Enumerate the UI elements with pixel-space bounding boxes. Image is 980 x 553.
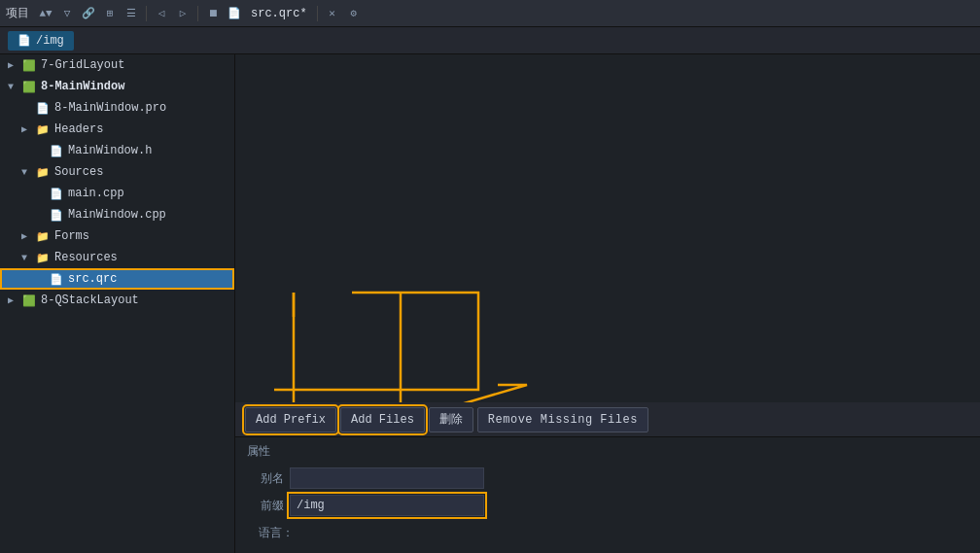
pro-file-icon: 📄 [35, 100, 51, 116]
tree-arrow-7-grid: ▶ [8, 59, 21, 71]
config-icon[interactable]: ⚙ [345, 5, 363, 22]
tree-item-mainwindow-h[interactable]: 📄 MainWindow.h [0, 140, 234, 161]
tree-label-7-grid: 7-GridLayout [41, 58, 124, 72]
list-icon[interactable]: ☰ [122, 5, 140, 22]
folder-icon-headers: 📁 [35, 121, 51, 137]
folder-icon-resources: 📁 [35, 250, 51, 265]
sort-icon[interactable]: ▲▼ [37, 5, 54, 22]
project-icon-7-grid: 🟩 [21, 57, 37, 73]
folder-icon-forms: 📁 [35, 228, 51, 244]
resource-editor [235, 54, 980, 402]
tree-item-7-grid[interactable]: ▶ 🟩 7-GridLayout [0, 54, 234, 76]
h-file-icon: 📄 [49, 143, 64, 158]
tree-label-8-main-pro: 8-MainWindow.pro [54, 101, 166, 115]
arrow-overlay [235, 54, 980, 402]
tree-item-8-qstack[interactable]: ▶ 🟩 8-QStackLayout [0, 290, 234, 311]
project-icon-8-qstack: 🟩 [21, 293, 37, 308]
file-tab-icon: 📄 [18, 34, 31, 47]
tree-item-headers[interactable]: ▶ 📁 Headers [0, 119, 234, 140]
add-files-button[interactable]: Add Files [340, 407, 425, 432]
tree-item-mainwindow-cpp[interactable]: 📄 MainWindow.cpp [0, 204, 234, 225]
toolbar-separator-3 [317, 6, 318, 21]
project-icon-8-main: 🟩 [21, 79, 37, 94]
tree-arrow-sources: ▼ [21, 167, 35, 178]
toolbar-separator-1 [146, 6, 147, 21]
file-tab-active[interactable]: 📄 /img [8, 31, 74, 51]
prefix-row: 前缀 [245, 493, 970, 518]
project-tree: ▶ 🟩 7-GridLayout ▼ 🟩 8-MainWindow 📄 8-Ma… [0, 54, 235, 553]
file-tab-bar: 📄 /img [0, 27, 980, 54]
alias-input[interactable] [290, 467, 484, 489]
tree-label-headers: Headers [54, 122, 103, 136]
tree-arrow-resources: ▼ [21, 253, 35, 263]
close-icon[interactable]: ✕ [324, 5, 341, 22]
cpp-file-icon-main: 📄 [49, 186, 64, 201]
file-icon[interactable]: 📄 [226, 5, 243, 22]
tree-arrow-forms: ▶ [21, 230, 35, 242]
tree-arrow-8-qstack: ▶ [8, 294, 21, 306]
back-icon[interactable]: ◁ [153, 5, 170, 22]
content-area: Add Prefix Add Files 删除 Remove Missing F… [235, 54, 980, 553]
add-prefix-button[interactable]: Add Prefix [245, 407, 336, 432]
tree-label-8-main: 8-MainWindow [41, 80, 124, 93]
filter-icon[interactable]: ▽ [58, 5, 76, 22]
tree-label-sources: Sources [54, 165, 103, 179]
editor-toolbar: Add Prefix Add Files 删除 Remove Missing F… [235, 402, 980, 437]
prefix-input[interactable] [290, 495, 484, 516]
tree-item-sources[interactable]: ▼ 📁 Sources [0, 161, 234, 183]
tree-item-resources[interactable]: ▼ 📁 Resources [0, 247, 234, 268]
prefix-label: 前缀 [245, 498, 284, 514]
toolbar-separator-2 [197, 6, 198, 21]
properties-panel: 属性 别名 前缀 语言： [235, 437, 980, 553]
tree-label-main-cpp: main.cpp [68, 187, 124, 200]
filename-label: src.qrc* [251, 7, 307, 20]
cpp-file-icon-mainwindow: 📄 [49, 207, 64, 223]
tree-label-forms: Forms [54, 229, 89, 243]
tree-label-8-qstack: 8-QStackLayout [41, 294, 139, 307]
link-icon[interactable]: 🔗 [80, 5, 97, 22]
properties-title: 属性 [245, 443, 970, 460]
qrc-file-icon: 📄 [49, 271, 64, 287]
tree-item-main-cpp[interactable]: 📄 main.cpp [0, 183, 234, 204]
top-toolbar: 项目 ▲▼ ▽ 🔗 ⊞ ☰ ◁ ▷ ⏹ 📄 src.qrc* ✕ ⚙ [0, 0, 980, 27]
tree-label-mainwindow-h: MainWindow.h [68, 144, 152, 157]
alias-label: 别名 [245, 470, 284, 487]
file-tab-label: /img [36, 34, 64, 48]
alias-row: 别名 [245, 466, 970, 491]
tree-label-resources: Resources [54, 251, 118, 264]
folder-icon-sources: 📁 [35, 164, 51, 180]
language-row: 语言： [245, 520, 970, 545]
forward-icon[interactable]: ▷ [174, 5, 192, 22]
tree-label-src-qrc: src.qrc [68, 272, 117, 286]
project-label: 项目 [6, 5, 29, 21]
tree-item-8-main[interactable]: ▼ 🟩 8-MainWindow [0, 76, 234, 97]
remove-missing-button[interactable]: Remove Missing Files [477, 407, 648, 432]
tree-item-src-qrc[interactable]: 📄 src.qrc [0, 268, 234, 290]
tree-label-mainwindow-cpp: MainWindow.cpp [68, 208, 166, 222]
tree-item-8-main-pro[interactable]: 📄 8-MainWindow.pro [0, 97, 234, 119]
delete-button[interactable]: 删除 [429, 407, 473, 432]
language-label: 语言： [245, 525, 294, 541]
grid-icon[interactable]: ⊞ [101, 5, 119, 22]
tree-arrow-headers: ▶ [21, 123, 35, 135]
stop-icon[interactable]: ⏹ [204, 5, 222, 22]
tree-item-forms[interactable]: ▶ 📁 Forms [0, 225, 234, 247]
main-layout: ▶ 🟩 7-GridLayout ▼ 🟩 8-MainWindow 📄 8-Ma… [0, 54, 980, 553]
tree-arrow-8-main: ▼ [8, 82, 21, 92]
